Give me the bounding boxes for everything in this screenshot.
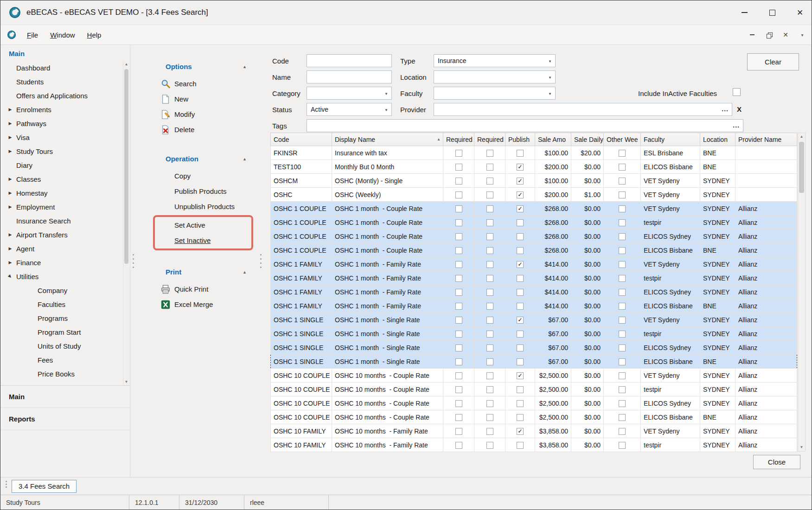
checkbox-unchecked[interactable] bbox=[486, 358, 493, 365]
cell-location[interactable]: BNE bbox=[700, 243, 735, 257]
checkbox-unchecked[interactable] bbox=[517, 358, 524, 365]
checkbox-checked[interactable] bbox=[517, 191, 524, 198]
cell-sale-daily[interactable]: $20.00 bbox=[571, 146, 604, 160]
checkbox-unchecked[interactable] bbox=[486, 331, 493, 338]
sidebar-group-reports[interactable]: Reports bbox=[0, 408, 130, 430]
cell-location[interactable]: SYDNEY bbox=[700, 216, 735, 230]
cell-sale-amo[interactable]: $2,500.00 bbox=[535, 410, 571, 424]
sidebar-item-programs[interactable]: Programs bbox=[0, 311, 122, 325]
cell-display-name[interactable]: OSHC (Montly) - Single bbox=[332, 174, 443, 188]
cell-provider-name[interactable]: Allianz bbox=[735, 299, 797, 313]
cell-display-name[interactable]: OSHC 10 months - Couple Rate bbox=[332, 396, 443, 410]
grid-row[interactable]: OSHC 1 FAMILYOSHC 1 month - Family Rate$… bbox=[271, 271, 797, 285]
cell-sale-daily[interactable]: $0.00 bbox=[571, 382, 604, 396]
cell-sale-daily[interactable]: $0.00 bbox=[571, 313, 604, 327]
panel-group-header-operation[interactable]: Operation▲ bbox=[136, 155, 258, 168]
cell-location[interactable]: SYDNEY bbox=[700, 188, 735, 202]
sidebar-item-program-start[interactable]: Program Start bbox=[0, 325, 122, 339]
cell-faculty[interactable]: VET Sydeny bbox=[641, 424, 700, 438]
checkbox-unchecked[interactable] bbox=[517, 386, 524, 393]
sidebar-item-airport-transfers[interactable]: ▶Airport Transfers bbox=[0, 228, 122, 242]
cell-location[interactable]: SYDNEY bbox=[700, 285, 735, 299]
column-header-sale-amo-5[interactable]: Sale Amo bbox=[535, 133, 571, 146]
checkbox-unchecked[interactable] bbox=[486, 178, 493, 185]
option-set-inactive[interactable]: Set Inactive bbox=[155, 233, 251, 248]
cell-display-name[interactable]: OSHC 1 month - Single Rate bbox=[332, 313, 443, 327]
cell-provider-name[interactable]: Allianz bbox=[735, 438, 797, 452]
cell-display-name[interactable]: OSHC 1 month - Single Rate bbox=[332, 341, 443, 355]
cell-location[interactable]: SYDNEY bbox=[700, 257, 735, 271]
checkbox-unchecked[interactable] bbox=[486, 428, 493, 435]
cell-display-name[interactable]: OSHC 1 month - Family Rate bbox=[332, 271, 443, 285]
provider-field[interactable]: ... bbox=[434, 103, 732, 116]
cell-display-name[interactable]: OSHC 1 month - Couple Rate bbox=[332, 202, 443, 216]
cell-display-name[interactable]: OSHC 1 month - Couple Rate bbox=[332, 216, 443, 230]
sidebar-item-subjects[interactable]: Subjects bbox=[0, 381, 122, 385]
checkbox-unchecked[interactable] bbox=[455, 428, 462, 435]
checkbox-unchecked[interactable] bbox=[486, 205, 493, 212]
mdi-app-icon[interactable] bbox=[7, 30, 16, 39]
cell-faculty[interactable]: VET Sydeny bbox=[641, 188, 700, 202]
grid-row[interactable]: OSHC 1 COUPLEOSHC 1 month - Couple Rate$… bbox=[271, 243, 797, 257]
cell-code[interactable]: OSHC 10 COUPLE bbox=[271, 369, 332, 382]
cell-code[interactable]: OSHCM bbox=[271, 174, 332, 188]
cell-sale-amo[interactable]: $67.00 bbox=[535, 327, 571, 341]
cell-sale-amo[interactable]: $2,500.00 bbox=[535, 369, 571, 382]
cell-sale-daily[interactable]: $0.00 bbox=[571, 327, 604, 341]
cell-provider-name[interactable] bbox=[735, 146, 797, 160]
checkbox-unchecked[interactable] bbox=[486, 247, 493, 254]
option-publish-products[interactable]: Publish Products bbox=[136, 184, 258, 199]
column-header-required-2[interactable]: Required bbox=[443, 133, 474, 146]
name-input[interactable] bbox=[307, 70, 392, 83]
cell-code[interactable]: OSHC 10 FAMILY bbox=[271, 438, 332, 452]
cell-location[interactable]: SYDNEY bbox=[700, 313, 735, 327]
checkbox-unchecked[interactable] bbox=[486, 317, 493, 324]
cell-sale-amo[interactable]: $3,858.00 bbox=[535, 424, 571, 438]
sidebar-scrollbar[interactable]: ▲ ▼ bbox=[123, 61, 129, 385]
option-unpublish-products[interactable]: Unpublish Products bbox=[136, 199, 258, 214]
checkbox-unchecked[interactable] bbox=[619, 261, 626, 268]
option-copy[interactable]: Copy bbox=[136, 168, 258, 184]
cell-provider-name[interactable]: Allianz bbox=[735, 410, 797, 424]
cell-faculty[interactable]: ELICOS Sydney bbox=[641, 396, 700, 410]
checkbox-unchecked[interactable] bbox=[619, 205, 626, 212]
checkbox-unchecked[interactable] bbox=[619, 247, 626, 254]
expand-arrow-icon[interactable]: ▶ bbox=[6, 107, 14, 112]
checkbox-unchecked[interactable] bbox=[486, 386, 493, 393]
cell-faculty[interactable]: ELICOS Sydney bbox=[641, 341, 700, 355]
cell-sale-amo[interactable]: $200.00 bbox=[535, 188, 571, 202]
checkbox-unchecked[interactable] bbox=[455, 261, 462, 268]
cell-provider-name[interactable]: Allianz bbox=[735, 382, 797, 396]
option-set-active[interactable]: Set Active bbox=[155, 217, 251, 233]
cell-faculty[interactable]: VET Sydeny bbox=[641, 174, 700, 188]
cell-sale-daily[interactable]: $0.00 bbox=[571, 299, 604, 313]
cell-sale-amo[interactable]: $2,500.00 bbox=[535, 396, 571, 410]
checkbox-unchecked[interactable] bbox=[455, 178, 462, 185]
menu-file[interactable]: File bbox=[21, 28, 44, 42]
checkbox-unchecked[interactable] bbox=[486, 289, 493, 296]
grid-row[interactable]: OSHCMOSHC (Montly) - Single$100.00$0.00V… bbox=[271, 174, 797, 188]
checkbox-unchecked[interactable] bbox=[517, 233, 524, 240]
column-header-location-9[interactable]: Location bbox=[700, 133, 735, 146]
grid-row[interactable]: FKINSRInsurance with tax$100.00$20.00ESL… bbox=[271, 146, 797, 160]
minimize-button[interactable] bbox=[740, 8, 748, 17]
cell-faculty[interactable]: VET Sydeny bbox=[641, 257, 700, 271]
grid-row[interactable]: TEST100Monthly But 0 Month$200.00$0.00EL… bbox=[271, 160, 797, 174]
expand-arrow-icon[interactable]: ▶ bbox=[6, 204, 14, 209]
column-header-sale-daily-6[interactable]: Sale Daily bbox=[571, 133, 604, 146]
cell-faculty[interactable]: ELICOS Bisbane bbox=[641, 243, 700, 257]
cell-provider-name[interactable]: Allianz bbox=[735, 313, 797, 327]
checkbox-unchecked[interactable] bbox=[486, 275, 493, 282]
cell-provider-name[interactable]: Allianz bbox=[735, 355, 797, 369]
maximize-button[interactable] bbox=[768, 8, 776, 17]
cell-display-name[interactable]: Monthly But 0 Month bbox=[332, 160, 443, 174]
sidebar-item-price-books[interactable]: Price Books bbox=[0, 367, 122, 381]
checkbox-unchecked[interactable] bbox=[619, 289, 626, 296]
checkbox-unchecked[interactable] bbox=[455, 303, 462, 310]
cell-location[interactable]: BNE bbox=[700, 146, 735, 160]
checkbox-unchecked[interactable] bbox=[455, 386, 462, 393]
cell-sale-amo[interactable]: $3,858.00 bbox=[535, 438, 571, 452]
cell-provider-name[interactable]: Allianz bbox=[735, 257, 797, 271]
cell-display-name[interactable]: OSHC 10 months - Family Rate bbox=[332, 424, 443, 438]
checkbox-unchecked[interactable] bbox=[455, 219, 462, 226]
